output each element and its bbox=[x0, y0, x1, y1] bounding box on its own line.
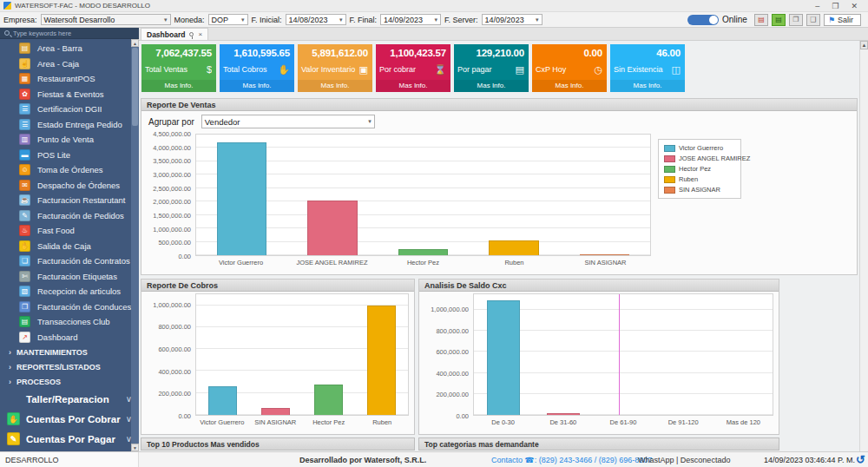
sidebar-item-icon: ✄ bbox=[19, 271, 30, 282]
legend-label: Victor Guerrero bbox=[679, 144, 723, 152]
close-button[interactable]: ✕ bbox=[851, 2, 858, 10]
sidebar-group-collapsed[interactable]: › REPORTES/LISTADOS bbox=[0, 359, 139, 374]
kpi-more-info-link[interactable]: Mas Info. bbox=[376, 80, 450, 92]
kpi-card[interactable]: 46.00 Sin Existencia ◫ Mas Info. bbox=[610, 44, 685, 92]
sidebar-section-label: Cuentas Por Pagar bbox=[26, 434, 126, 444]
sidebar-item[interactable]: ▬ POS Lite bbox=[19, 148, 139, 163]
kpi-card[interactable]: 5,891,612.00 Valor Inventario ▣ Mas Info… bbox=[298, 44, 372, 92]
sidebar-item[interactable]: ▧ Recepcion de articulos bbox=[19, 284, 139, 299]
search-input[interactable] bbox=[13, 30, 117, 37]
scroll-up-icon[interactable]: ▲ bbox=[131, 39, 139, 47]
maximize-button[interactable]: ❐ bbox=[832, 2, 838, 10]
empresa-select[interactable]: Watersoft Desarrollo▾ bbox=[41, 14, 171, 25]
top-categories-header[interactable]: Top categorias mas demandante bbox=[418, 437, 779, 451]
fecha-server-picker[interactable]: 14/09/2023▾ bbox=[482, 14, 542, 25]
sidebar-item[interactable]: ✋ Salida de Caja bbox=[19, 239, 139, 254]
kpi-card[interactable]: 0.00 CxP Hoy ◷ Mas Info. bbox=[532, 44, 607, 92]
kpi-more-info-link[interactable]: Mas Info. bbox=[220, 80, 294, 92]
sidebar: ▤ Area - Barra ☝ Area - Caja ▦ Restauran… bbox=[0, 28, 139, 451]
sidebar-item[interactable]: ▦ RestaurantPOS bbox=[19, 71, 139, 87]
legend-swatch bbox=[664, 187, 675, 194]
agrupar-select[interactable]: Vendedor ▾ bbox=[201, 115, 375, 128]
sidebar-section[interactable]: ✎ Cuentas Por Pagar ∨ bbox=[0, 429, 139, 449]
sidebar-scrollbar[interactable]: ▲ ▼ bbox=[131, 39, 139, 451]
kpi-card[interactable]: 1,100,423.57 Por cobrar ⌛ Mas Info. bbox=[376, 44, 450, 92]
sidebar-item[interactable]: ☕ Facturacion Restarutant bbox=[19, 193, 139, 208]
kpi-more-info-link[interactable]: Mas Info. bbox=[298, 80, 372, 92]
empresa-value: Watersoft Desarrollo bbox=[44, 16, 115, 24]
contact-link[interactable]: Contacto ☎: (829) 243-3466 / (829) 696-8… bbox=[491, 456, 652, 464]
refresh-icon[interactable]: ↺ bbox=[856, 453, 865, 466]
minimize-button[interactable]: – bbox=[815, 2, 819, 10]
kpi-more-info-link[interactable]: Mas Info. bbox=[141, 80, 216, 92]
sidebar-item[interactable]: ❐ Facturación de Conduces bbox=[19, 299, 139, 315]
salir-button[interactable]: ⚑ Salir bbox=[824, 14, 861, 26]
x-axis-label: Hector Pez bbox=[378, 256, 469, 269]
scroll-up-icon[interactable]: ▲ bbox=[860, 41, 868, 49]
top-categories-title: Top categorias mas demandante bbox=[424, 440, 539, 449]
y-tick-label: 0.00 bbox=[456, 412, 469, 420]
title-bar: WATERSOFT-FAC - MODO DESARROLLO – ❐ ✕ bbox=[0, 0, 868, 12]
x-axis-label: De 0-30 bbox=[473, 416, 533, 429]
sidebar-item-label: Despacho de Órdenes bbox=[37, 181, 120, 190]
sidebar-group-collapsed[interactable]: › MANTENIMIENTOS bbox=[0, 345, 139, 359]
kpi-label: Por pagar bbox=[457, 65, 492, 74]
sidebar-section[interactable]: Taller/Reparacion ∨ bbox=[0, 389, 139, 409]
sidebar-item[interactable]: ✎ Facturación de Pedidos bbox=[19, 208, 139, 224]
bar-Victor Guerrero bbox=[208, 386, 238, 415]
empresa-label: Empresa: bbox=[3, 16, 37, 24]
sidebar-group-collapsed[interactable]: › PROCESOS bbox=[0, 374, 139, 389]
scrollbar-thumb[interactable] bbox=[132, 48, 138, 126]
sidebar-item[interactable]: ▤ Area - Barra bbox=[19, 41, 139, 56]
pin-icon[interactable] bbox=[189, 32, 194, 36]
sidebar-item[interactable]: ▥ Punto de Venta bbox=[19, 132, 139, 148]
sidebar-item[interactable]: ✉ Despacho de Órdenes bbox=[19, 178, 139, 194]
scroll-down-icon[interactable]: ▼ bbox=[131, 444, 139, 451]
content-scrollbar[interactable]: ▲ bbox=[859, 41, 868, 451]
tab-close-icon[interactable]: × bbox=[198, 30, 202, 38]
saldo-cxc-panel: Analisis De Saldo Cxc 0.00200,000.00400,… bbox=[418, 279, 779, 435]
sidebar-group-label: PROCESOS bbox=[16, 378, 61, 386]
top-products-header[interactable]: Top 10 Productos Mas vendidos bbox=[141, 437, 415, 451]
kpi-card[interactable]: 7,062,437.55 Total Ventas $ Mas Info. bbox=[141, 44, 216, 92]
sidebar-item[interactable]: ☝ Area - Caja bbox=[19, 56, 139, 72]
fecha-server-label: F. Server: bbox=[444, 16, 478, 24]
sidebar-section-label: Taller/Reparacion bbox=[26, 394, 126, 405]
sidebar-item[interactable]: ✄ Facturacion Etiquetas bbox=[19, 269, 139, 285]
print-button[interactable]: ❐ bbox=[789, 14, 803, 26]
print-preview-button[interactable]: ❑ bbox=[806, 14, 820, 26]
kpi-card[interactable]: 129,210.00 Por pagar ▤ Mas Info. bbox=[454, 44, 529, 92]
kpi-label: Sin Existencia bbox=[614, 65, 663, 74]
sidebar-item[interactable]: ☰ Estado Entrega Pedido bbox=[19, 117, 139, 133]
kpi-more-info-link[interactable]: Mas Info. bbox=[454, 80, 529, 92]
sidebar-item-label: Certificacion DGII bbox=[37, 104, 102, 114]
moneda-value: DOP bbox=[212, 16, 229, 24]
sidebar-item[interactable]: ✿ Fiestas & Eventos bbox=[19, 87, 139, 102]
kpi-label: Por cobrar bbox=[379, 65, 416, 74]
sidebar-search[interactable] bbox=[0, 28, 139, 39]
export-excel-button[interactable]: ▤ bbox=[772, 14, 786, 26]
sidebar-item[interactable]: ▤ Transacciones Club bbox=[19, 314, 139, 330]
sidebar-item[interactable]: ☰ Certificacion DGII bbox=[19, 102, 139, 117]
sidebar-item[interactable]: ↗ Dashboard bbox=[19, 330, 139, 345]
online-toggle[interactable] bbox=[687, 15, 719, 25]
sidebar-item-label: Facturación de Pedidos bbox=[37, 211, 124, 220]
sidebar-section[interactable]: ✋ Cuentas Por Cobrar ∨ bbox=[0, 409, 139, 429]
kpi-more-info-link[interactable]: Mas Info. bbox=[532, 80, 607, 92]
fecha-inicial-picker[interactable]: 14/08/2023▾ bbox=[286, 14, 346, 25]
x-axis-label: De 61-90 bbox=[593, 416, 653, 429]
kpi-more-info-link[interactable]: Mas Info. bbox=[610, 80, 685, 92]
tab-dashboard[interactable]: Dashboard × bbox=[141, 28, 208, 40]
moneda-select[interactable]: DOP▾ bbox=[208, 14, 248, 25]
sidebar-item[interactable]: ☺ Toma de Órdenes bbox=[19, 162, 139, 178]
kpi-value: 1,610,595.65 bbox=[220, 44, 294, 58]
sidebar-item[interactable]: ❏ Facturación de Contratos bbox=[19, 253, 139, 269]
sidebar-item[interactable]: ♨ Fast Food bbox=[19, 223, 139, 239]
kpi-card[interactable]: 1,610,595.65 Total Cobros ✋ Mas Info. bbox=[220, 44, 294, 92]
y-tick-label: 1,000,000.00 bbox=[153, 300, 191, 308]
export-pdf-button[interactable]: ▤ bbox=[754, 14, 768, 26]
fecha-inicial-value: 14/08/2023 bbox=[289, 16, 328, 24]
fecha-final-picker[interactable]: 14/09/2023▾ bbox=[380, 14, 441, 25]
legend-label: Hector Pez bbox=[679, 165, 711, 173]
y-tick-label: 0.00 bbox=[178, 253, 191, 260]
